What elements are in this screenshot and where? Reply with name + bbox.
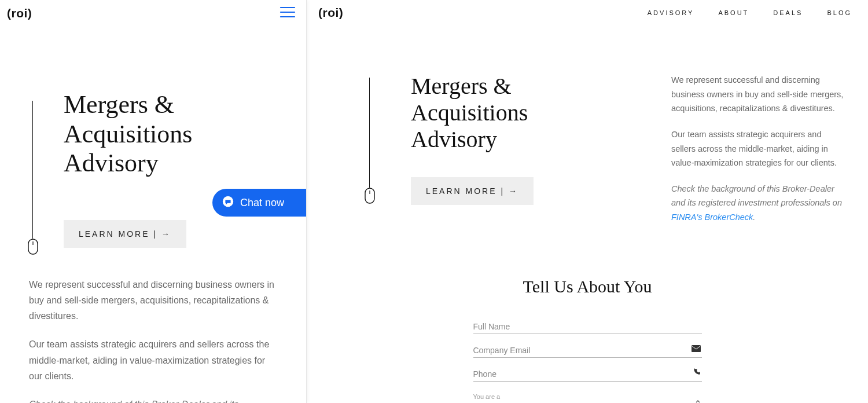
- phone-field[interactable]: Phone: [473, 358, 702, 382]
- topbar: (roi) ADVISORY ABOUT DEALS BLOG: [307, 0, 868, 20]
- name-field[interactable]: Full Name: [473, 310, 702, 334]
- svg-rect-8: [692, 345, 701, 352]
- paragraph: We represent successful and discerning b…: [29, 277, 277, 324]
- nav-deals[interactable]: DEALS: [773, 9, 803, 16]
- mouse-icon: [365, 188, 375, 206]
- chat-icon: [222, 195, 234, 210]
- form-heading: Tell Us About You: [523, 277, 652, 296]
- mail-icon: [692, 345, 701, 354]
- nav-advisory[interactable]: ADVISORY: [648, 9, 694, 16]
- accent-line: [32, 101, 33, 239]
- email-field[interactable]: Company Email: [473, 334, 702, 358]
- disclaimer: Check the background of this Broker-Deal…: [29, 397, 277, 403]
- paragraph: We represent successful and discerning b…: [671, 73, 845, 116]
- body-copy: We represent successful and discerning b…: [0, 248, 306, 403]
- brokercheck-link[interactable]: FINRA's BrokerCheck: [671, 213, 753, 222]
- nav-about[interactable]: ABOUT: [718, 9, 749, 16]
- page-title: Mergers & Acquisitions Advisory: [29, 90, 277, 178]
- page-title: Mergers & Acquisitions Advisory: [411, 73, 637, 153]
- svg-rect-6: [365, 188, 374, 203]
- contact-form: Tell Us About You Full Name Company Emai…: [307, 277, 868, 403]
- paragraph: Our team assists strategic acquirers and…: [29, 336, 277, 384]
- desktop-viewport: (roi) ADVISORY ABOUT DEALS BLOG Mergers …: [307, 0, 868, 403]
- mouse-icon: [28, 239, 38, 257]
- hero: Mergers & Acquisitions Advisory LEARN MO…: [307, 20, 868, 236]
- chat-label: Chat now: [240, 197, 284, 209]
- body-copy: We represent successful and discerning b…: [671, 73, 845, 236]
- mobile-viewport: (roi) Mergers & Acquisitions Advisory LE…: [0, 0, 307, 403]
- logo[interactable]: (roi): [7, 6, 32, 20]
- role-select[interactable]: You are a Select One: [473, 382, 702, 403]
- hamburger-icon[interactable]: [279, 6, 296, 21]
- paragraph: Our team assists strategic acquirers and…: [671, 127, 845, 170]
- disclaimer: Check the background of this Broker-Deal…: [671, 182, 845, 225]
- topbar: (roi): [0, 0, 306, 21]
- accent-line: [369, 78, 370, 188]
- learn-more-button[interactable]: LEARN MORE | →: [64, 220, 186, 248]
- phone-icon: [693, 368, 701, 378]
- svg-rect-3: [28, 239, 38, 254]
- logo[interactable]: (roi): [318, 6, 343, 20]
- chat-now-button[interactable]: Chat now: [212, 189, 306, 217]
- nav: ADVISORY ABOUT DEALS BLOG: [648, 9, 852, 16]
- nav-blog[interactable]: BLOG: [827, 9, 852, 16]
- chevron-updown-icon: [695, 400, 701, 403]
- learn-more-button[interactable]: LEARN MORE | →: [411, 177, 534, 205]
